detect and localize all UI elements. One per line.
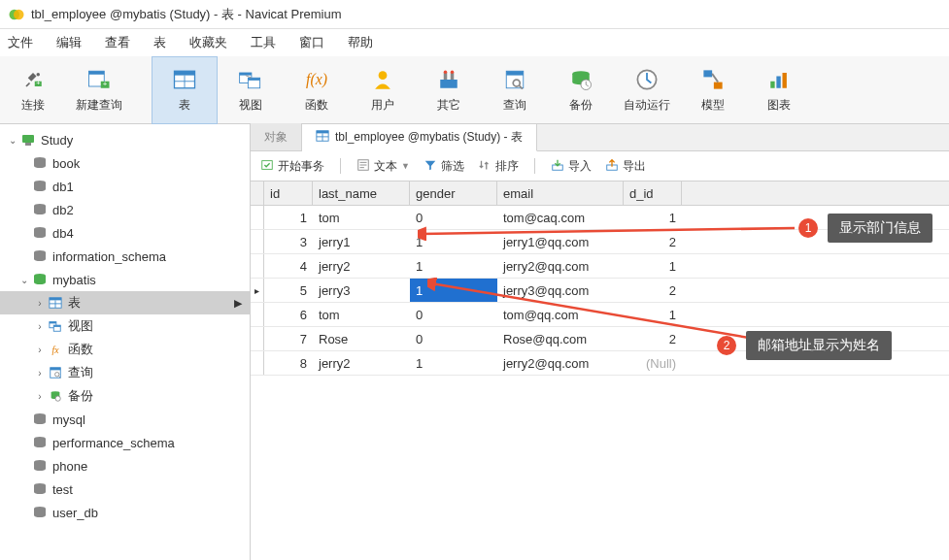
cell-email[interactable]: jerry1@qq.com (497, 230, 624, 253)
column-header-last_name[interactable]: last_name (313, 181, 410, 205)
chevron-down-icon[interactable]: ⌄ (17, 275, 31, 285)
toolbar-query[interactable]: 查询 (482, 56, 548, 124)
cell-email[interactable]: Rose@qq.com (497, 327, 624, 350)
tree-db-db1[interactable]: db1 (0, 175, 250, 198)
cell-d_id[interactable]: 2 (624, 327, 682, 350)
cell-gender[interactable]: 0 (410, 327, 497, 350)
cell-gender[interactable]: 1 (410, 351, 497, 375)
text-view-button[interactable]: 文本 ▼ (356, 158, 410, 175)
tree-node-表[interactable]: ›表▶ (0, 291, 250, 314)
tree-db-db4[interactable]: db4 (0, 221, 250, 245)
tree-db-mybatis[interactable]: ⌄mybatis (0, 268, 250, 291)
export-button[interactable]: 导出 (605, 158, 646, 175)
tree-node-视图[interactable]: ›视图 (0, 314, 250, 338)
cell-gender[interactable]: 0 (410, 206, 497, 229)
chevron-right-icon[interactable]: › (33, 345, 47, 355)
toolbar-chart[interactable]: 图表 (746, 56, 812, 124)
menu-window[interactable]: 窗口 (299, 34, 324, 51)
cell-id[interactable]: 6 (264, 303, 313, 326)
menu-edit[interactable]: 编辑 (56, 34, 82, 51)
tree-db-mysql[interactable]: mysql (0, 408, 250, 431)
menu-favorites[interactable]: 收藏夹 (189, 34, 227, 51)
table-row[interactable]: ▸5jerry31jerry3@qq.com2 (251, 279, 949, 303)
tree-db-information_schema[interactable]: information_schema (0, 245, 250, 268)
chevron-right-icon[interactable]: › (33, 321, 47, 332)
cell-last_name[interactable]: Rose (313, 327, 410, 350)
cell-email[interactable]: tom@caq.com (497, 206, 624, 229)
table-row[interactable]: 7Rose0Rose@qq.com2 (251, 327, 949, 351)
menu-view[interactable]: 查看 (105, 34, 130, 51)
chevron-right-icon[interactable]: › (33, 391, 47, 402)
table-row[interactable]: 3jerry11jerry1@qq.com2 (251, 230, 949, 254)
cell-d_id[interactable]: 1 (624, 254, 682, 278)
tree-node-函数[interactable]: ›fx函数 (0, 338, 250, 361)
cell-id[interactable]: 3 (264, 230, 313, 253)
cell-id[interactable]: 7 (264, 327, 313, 350)
cell-last_name[interactable]: jerry1 (313, 230, 410, 253)
cell-id[interactable]: 8 (264, 351, 313, 375)
toolbar-function[interactable]: f(x)函数 (284, 56, 350, 124)
cell-email[interactable]: tom@qq.com (497, 303, 624, 326)
cell-d_id[interactable]: 1 (624, 303, 682, 326)
table-row[interactable]: 6tom0tom@qq.com1 (251, 303, 949, 327)
tree-connection-study[interactable]: ⌄Study (0, 128, 250, 151)
tree-db-book[interactable]: book (0, 151, 250, 175)
cell-d_id[interactable]: (Null) (624, 351, 682, 375)
column-header-gender[interactable]: gender (410, 181, 497, 205)
toolbar-table[interactable]: 表 (152, 56, 218, 124)
table-row[interactable]: 4jerry21jerry2@qq.com1 (251, 254, 949, 279)
cell-email[interactable]: jerry2@qq.com (497, 351, 624, 375)
cell-last_name[interactable]: jerry2 (313, 254, 410, 278)
cell-id[interactable]: 1 (264, 206, 313, 229)
cell-last_name[interactable]: jerry2 (313, 351, 410, 375)
filter-button[interactable]: 筛选 (424, 158, 464, 175)
menu-table[interactable]: 表 (153, 34, 166, 51)
cell-gender[interactable]: 1 (410, 254, 497, 278)
toolbar-user[interactable]: 用户 (350, 56, 416, 124)
cell-id[interactable]: 4 (264, 254, 313, 278)
cell-gender[interactable]: 1 (410, 230, 497, 253)
tab-tbl-employee[interactable]: tbl_employee @mybatis (Study) - 表 (302, 124, 537, 151)
tree-db-db2[interactable]: db2 (0, 198, 250, 221)
tree-db-phone[interactable]: phone (0, 454, 250, 478)
tree-db-performance_schema[interactable]: performance_schema (0, 431, 250, 454)
column-header-d_id[interactable]: d_id (624, 181, 682, 205)
toolbar-autorun[interactable]: 自动运行 (614, 56, 680, 124)
chevron-down-icon[interactable]: ⌄ (6, 135, 19, 146)
toolbar-backup[interactable]: 备份 (548, 56, 614, 124)
toolbar-view[interactable]: 视图 (218, 56, 284, 124)
import-button[interactable]: 导入 (551, 158, 592, 175)
menu-help[interactable]: 帮助 (348, 34, 373, 51)
cell-last_name[interactable]: tom (313, 303, 410, 326)
connection-tree[interactable]: ⌄Studybookdb1db2db4information_schema⌄my… (0, 124, 251, 560)
begin-transaction-button[interactable]: 开始事务 (260, 158, 324, 175)
toolbar-new-query[interactable]: +新建查询 (66, 56, 132, 124)
table-row[interactable]: 8jerry21jerry2@qq.com(Null) (251, 351, 949, 376)
chevron-right-icon[interactable]: › (33, 298, 47, 309)
cell-id[interactable]: 5 (264, 279, 313, 302)
menu-tools[interactable]: 工具 (251, 34, 276, 51)
column-header-email[interactable]: email (497, 181, 624, 205)
toolbar-plug[interactable]: +连接 (0, 56, 66, 124)
toolbar-other[interactable]: 其它 (416, 56, 482, 124)
cell-d_id[interactable]: 1 (624, 206, 682, 229)
cell-d_id[interactable]: 2 (624, 230, 682, 253)
chevron-right-icon[interactable]: › (33, 368, 47, 379)
tree-db-test[interactable]: test (0, 478, 250, 501)
tree-node-查询[interactable]: ›查询 (0, 361, 250, 384)
cell-d_id[interactable]: 2 (624, 279, 682, 302)
data-grid[interactable]: idlast_namegenderemaild_id1tom0tom@caq.c… (251, 181, 949, 376)
tree-node-备份[interactable]: ›备份 (0, 384, 250, 408)
tree-db-user_db[interactable]: user_db (0, 501, 250, 524)
cell-gender[interactable]: 1 (410, 279, 497, 302)
sort-button[interactable]: 排序 (478, 158, 519, 175)
cell-last_name[interactable]: jerry3 (313, 279, 410, 302)
menu-file[interactable]: 文件 (8, 34, 33, 51)
column-header-id[interactable]: id (264, 181, 313, 205)
toolbar-model[interactable]: 模型 (680, 56, 746, 124)
cell-gender[interactable]: 0 (410, 303, 497, 326)
table-row[interactable]: 1tom0tom@caq.com1 (251, 206, 949, 230)
tab-objects[interactable]: 对象 (251, 123, 302, 150)
cell-last_name[interactable]: tom (313, 206, 410, 229)
cell-email[interactable]: jerry3@qq.com (497, 279, 624, 302)
